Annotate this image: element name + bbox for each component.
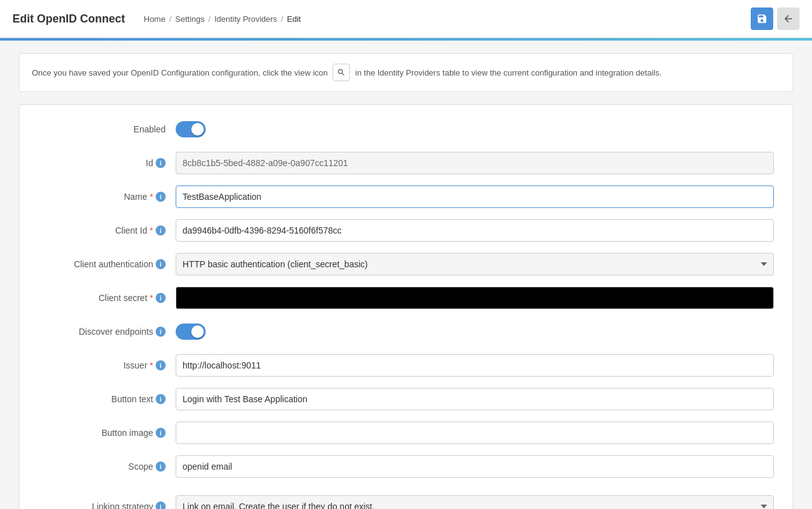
issuer-info-icon[interactable]: i xyxy=(156,360,166,370)
info-banner-text-before: Once you have saved your OpenID Configur… xyxy=(32,68,328,77)
button-image-info-icon[interactable]: i xyxy=(156,428,166,438)
client-auth-select[interactable]: HTTP basic authentication (client_secret… xyxy=(176,253,774,275)
linking-strategy-select[interactable]: Link on email. Create the user if they d… xyxy=(176,495,774,509)
form-container: Enabled Id i Name* i xyxy=(19,104,793,509)
enabled-toggle[interactable] xyxy=(176,121,206,137)
button-image-input[interactable] xyxy=(176,422,774,444)
breadcrumb-identity-providers[interactable]: Identity Providers xyxy=(214,14,277,24)
client-id-row: Client Id* i xyxy=(38,219,774,242)
client-secret-field[interactable] xyxy=(176,287,774,309)
back-button[interactable] xyxy=(777,7,799,30)
main-content: Once you have saved your OpenID Configur… xyxy=(0,41,812,509)
scope-row: Scope i xyxy=(38,455,774,478)
client-id-input[interactable] xyxy=(176,219,774,242)
button-image-label: Button image i xyxy=(38,428,176,438)
page-title: Edit OpenID Connect xyxy=(13,12,125,26)
button-image-row: Button image i xyxy=(38,421,774,445)
client-auth-label: Client authentication i xyxy=(38,259,176,269)
client-auth-info-icon[interactable]: i xyxy=(156,259,166,269)
id-info-icon[interactable]: i xyxy=(156,158,166,168)
client-secret-info-icon[interactable]: i xyxy=(156,293,166,303)
scope-label: Scope i xyxy=(38,462,176,472)
back-icon xyxy=(783,13,794,24)
client-secret-row: Client secret* i xyxy=(38,286,774,310)
header-actions xyxy=(751,7,799,30)
client-id-label: Client Id* i xyxy=(38,225,176,235)
name-label: Name* i xyxy=(38,192,176,202)
breadcrumb-settings[interactable]: Settings xyxy=(175,14,204,24)
linking-strategy-label: Linking strategy i xyxy=(38,502,176,509)
issuer-input[interactable] xyxy=(176,354,774,377)
breadcrumb-edit: Edit xyxy=(287,14,301,24)
client-auth-row: Client authentication i HTTP basic authe… xyxy=(38,252,774,276)
enabled-label: Enabled xyxy=(38,124,176,134)
name-input[interactable] xyxy=(176,185,774,208)
save-button[interactable] xyxy=(751,7,773,30)
breadcrumb-home[interactable]: Home xyxy=(144,14,166,24)
issuer-row: Issuer* i xyxy=(38,353,774,377)
secret-mask xyxy=(176,287,475,309)
button-text-label: Button text i xyxy=(38,394,176,404)
enabled-row: Enabled xyxy=(38,117,774,141)
client-id-info-icon[interactable]: i xyxy=(156,225,166,235)
name-info-icon[interactable]: i xyxy=(156,192,166,202)
linking-strategy-info-icon[interactable]: i xyxy=(156,502,166,509)
scope-input[interactable] xyxy=(176,455,774,478)
id-row: Id i xyxy=(38,151,774,175)
discover-endpoints-row: Discover endpoints i xyxy=(38,320,774,343)
client-secret-label: Client secret* i xyxy=(38,293,176,303)
linking-strategy-row: Linking strategy i Link on email. Create… xyxy=(38,495,774,509)
info-banner: Once you have saved your OpenID Configur… xyxy=(19,53,793,92)
name-row: Name* i xyxy=(38,185,774,209)
info-banner-text-after: in the Identity Providers table to view … xyxy=(355,68,661,77)
breadcrumb: Home / Settings / Identity Providers / E… xyxy=(144,14,301,24)
view-icon xyxy=(333,64,350,81)
discover-endpoints-info-icon[interactable]: i xyxy=(156,327,166,337)
button-text-input[interactable] xyxy=(176,388,774,410)
button-text-row: Button text i xyxy=(38,387,774,411)
button-text-info-icon[interactable]: i xyxy=(156,394,166,404)
discover-endpoints-label: Discover endpoints i xyxy=(38,327,176,337)
issuer-label: Issuer* i xyxy=(38,360,176,370)
id-label: Id i xyxy=(38,158,176,168)
id-input[interactable] xyxy=(176,152,774,174)
discover-endpoints-toggle[interactable] xyxy=(176,324,206,340)
save-icon xyxy=(756,13,768,24)
page-header: Edit OpenID Connect Home / Settings / Id… xyxy=(0,0,812,38)
scope-info-icon[interactable]: i xyxy=(156,462,166,472)
